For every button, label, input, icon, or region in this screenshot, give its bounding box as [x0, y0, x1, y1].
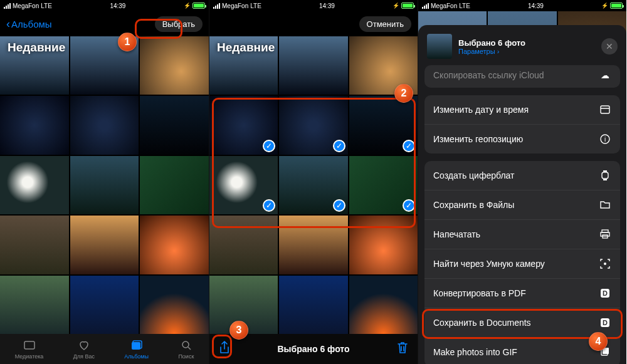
signal-icon	[422, 3, 429, 9]
thumb[interactable]	[349, 216, 418, 274]
carrier: MegaFon	[431, 3, 457, 9]
battery-icon	[610, 3, 623, 9]
thumb[interactable]	[0, 156, 69, 214]
thumb[interactable]: ✓	[279, 96, 347, 154]
charging-icon: ⚡	[184, 3, 191, 9]
photo-grid[interactable]	[0, 36, 209, 334]
photo-grid[interactable]: ✓ ✓ ✓ ✓ ✓ ✓	[209, 36, 418, 334]
screen-share-sheet: MegaFon LTE 14:39 ⚡ Выбрано 6 фото Парам…	[418, 0, 626, 364]
thumb[interactable]	[140, 36, 209, 95]
clock: 14:39	[110, 3, 125, 9]
check-icon: ✓	[333, 140, 345, 152]
action-label: Найти через Умную камеру	[433, 259, 545, 269]
svg-point-15	[604, 263, 606, 265]
battery-icon	[192, 3, 205, 9]
back-button[interactable]: ‹ Альбомы	[6, 18, 52, 31]
tab-library[interactable]: Медиатека	[15, 338, 44, 360]
select-button[interactable]: Выбрать	[155, 16, 203, 32]
thumb[interactable]	[209, 216, 278, 274]
action-convert-pdf[interactable]: Конвертировать в PDF D	[424, 278, 620, 308]
chevron-left-icon: ‹	[6, 18, 10, 31]
thumb[interactable]	[0, 216, 69, 274]
cancel-button[interactable]: Отменить	[359, 16, 411, 32]
net: LTE	[250, 3, 261, 9]
action-watchface[interactable]: Создать циферблат	[424, 161, 620, 190]
sheet-title: Выбрано 6 фото	[458, 38, 525, 48]
search-icon	[179, 338, 193, 352]
action-label: Сохранить в Файлы	[433, 200, 514, 210]
thumb[interactable]	[0, 276, 69, 334]
clock: 14:39	[528, 3, 544, 9]
tab-albums[interactable]: Альбомы	[124, 338, 149, 360]
action-label: Изменить геопозицию	[433, 134, 523, 144]
page-title: Недавние	[8, 41, 65, 55]
thumb[interactable]: ✓	[279, 156, 347, 214]
tab-label: Поиск	[178, 353, 194, 360]
share-button[interactable]	[218, 341, 231, 357]
calendar-icon	[599, 103, 611, 116]
sheet-header: Выбрано 6 фото Параметры › ✕	[418, 31, 626, 66]
tab-search[interactable]: Поиск	[178, 338, 194, 360]
thumb[interactable]	[70, 276, 139, 334]
action-print[interactable]: Напечатать	[424, 219, 620, 249]
thumb[interactable]	[0, 96, 69, 154]
sheet-thumbnail	[427, 34, 452, 59]
svg-rect-10	[603, 170, 607, 172]
thumb[interactable]: ✓	[349, 96, 418, 154]
sheet-params-link[interactable]: Параметры ›	[458, 48, 525, 55]
thumb[interactable]	[70, 156, 139, 214]
action-edit-location[interactable]: Изменить геопозицию i	[424, 124, 620, 153]
thumb[interactable]	[279, 276, 347, 334]
thumb[interactable]	[140, 216, 209, 274]
cloud-icon: ☁︎	[599, 69, 611, 81]
thumb[interactable]	[349, 276, 418, 334]
thumb[interactable]	[140, 96, 209, 154]
tab-bar: Медиатека Для Вас Альбомы Поиск	[0, 334, 209, 364]
tab-label: Альбомы	[124, 353, 149, 360]
svg-point-3	[182, 341, 189, 348]
thumb[interactable]	[279, 36, 347, 95]
callout: 3	[229, 321, 248, 340]
screen-albums: MegaFon LTE 14:39 ⚡ ‹ Альбомы Выбрать Не…	[0, 0, 209, 364]
status-bar: MegaFon LTE 14:39 ⚡	[418, 0, 626, 11]
share-sheet: Выбрано 6 фото Параметры › ✕ Скопировать…	[418, 25, 626, 364]
thumb[interactable]	[140, 156, 209, 214]
page-title: Недавние	[217, 41, 275, 55]
close-button[interactable]: ✕	[601, 38, 618, 55]
svg-text:i: i	[604, 136, 606, 143]
net: LTE	[459, 3, 470, 9]
action-save-documents[interactable]: Сохранить в Documents D	[424, 308, 620, 337]
svg-rect-9	[602, 172, 608, 179]
action-label: Скопировать ссылку iCloud	[433, 70, 544, 80]
tab-label: Медиатека	[15, 353, 44, 360]
action-smart-camera[interactable]: Найти через Умную камеру	[424, 249, 620, 278]
charging-icon: ⚡	[601, 3, 608, 9]
svg-rect-11	[603, 179, 607, 180]
thumb[interactable]	[70, 96, 139, 154]
action-save-files[interactable]: Сохранить в Файлы	[424, 190, 620, 219]
action-edit-date[interactable]: Изменить дату и время	[424, 95, 620, 124]
documents-d-icon: D	[599, 287, 611, 299]
tab-label: Для Вас	[73, 353, 95, 360]
folder-icon	[599, 199, 611, 211]
watch-icon	[599, 169, 611, 182]
thumb[interactable]	[279, 216, 347, 274]
action-label: Конвертировать в PDF	[433, 288, 526, 298]
info-icon: i	[599, 133, 611, 145]
nav-bar: Отменить	[209, 11, 418, 36]
svg-line-4	[188, 347, 191, 350]
check-icon: ✓	[263, 199, 275, 212]
tab-foryou[interactable]: Для Вас	[73, 338, 95, 360]
trash-button[interactable]	[396, 341, 409, 357]
thumb[interactable]	[140, 276, 209, 334]
thumb[interactable]: ✓	[209, 156, 278, 214]
thumb[interactable]: ✓	[349, 156, 418, 214]
nav-bar: ‹ Альбомы Выбрать	[0, 11, 209, 36]
thumb[interactable]: ✓	[209, 96, 278, 154]
svg-text:D: D	[603, 319, 608, 326]
action-label: Изменить дату и время	[433, 105, 529, 115]
action-icloud-link[interactable]: Скопировать ссылку iCloud ☁︎	[424, 65, 620, 88]
scan-icon	[599, 257, 611, 270]
action-label: Make photos into GIF	[433, 347, 517, 357]
thumb[interactable]	[70, 216, 139, 274]
